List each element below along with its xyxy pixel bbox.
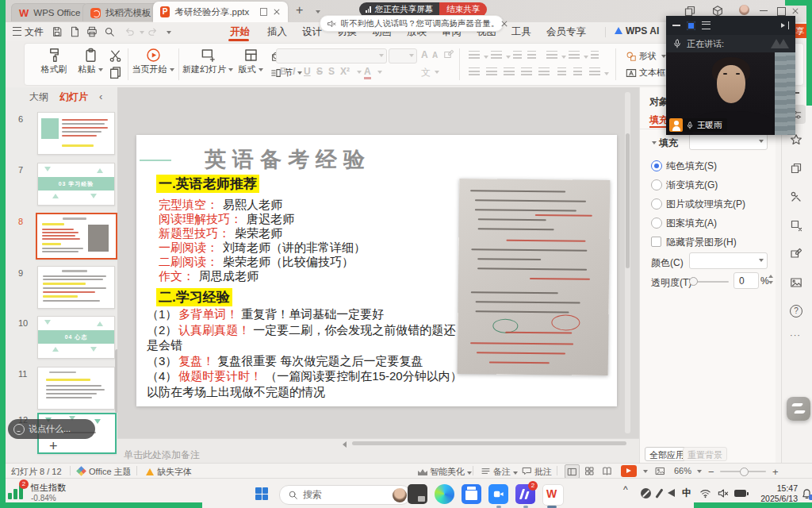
export-icon[interactable] [69, 26, 80, 37]
zoom-in-button[interactable]: + [772, 466, 779, 478]
pattern-fill-radio[interactable] [651, 217, 662, 229]
new-tab-button[interactable]: + [296, 3, 303, 17]
input-method-indicator[interactable]: 中 [682, 487, 691, 500]
find-icon[interactable] [104, 26, 115, 37]
missing-font-warning[interactable]: 缺失字体 [146, 466, 192, 478]
shapes-button[interactable]: 形状 [626, 50, 666, 62]
close-window-icon[interactable] [791, 6, 800, 16]
canvas-vertical-scrollbar[interactable] [625, 92, 630, 433]
play-from-current-button[interactable]: 当页开始 [131, 46, 175, 83]
start-button[interactable] [255, 487, 268, 500]
color-dropdown[interactable] [689, 252, 768, 269]
slide-thumbnail-6[interactable] [37, 112, 115, 155]
tab-current-document[interactable]: P 考研经验分享.pptx [153, 2, 288, 22]
slides-tab[interactable]: 幻灯片 [59, 90, 88, 104]
transparency-knob[interactable] [689, 277, 698, 286]
hscroll-left-arrow-icon[interactable] [343, 441, 347, 448]
tools-icon[interactable] [790, 190, 802, 203]
teacher-line[interactable]: 作文：周思成老师 [159, 269, 259, 284]
edge-browser-icon[interactable] [435, 484, 454, 504]
pen-tray-icon[interactable] [655, 488, 663, 498]
beautify-button[interactable]: 智能美化 [418, 466, 472, 478]
hide-background-checkbox[interactable] [651, 237, 661, 247]
slide-title[interactable]: 英语备考经验 [205, 145, 371, 174]
normal-view-button[interactable] [565, 464, 580, 479]
fit-slide-icon[interactable] [655, 466, 665, 476]
collapse-panel-icon[interactable]: ‹ [99, 90, 102, 102]
reading-view-button[interactable] [600, 464, 614, 477]
slideshow-chevron-icon[interactable] [643, 470, 648, 475]
teacher-line[interactable]: 阅读理解技巧：唐迟老师 [159, 212, 294, 227]
assistant-floating-button[interactable] [787, 397, 810, 421]
section-heading-2[interactable]: 二.学习经验 [156, 288, 232, 306]
zoom-out-button[interactable]: − [708, 466, 714, 478]
animation-pane-icon[interactable] [790, 162, 802, 175]
ribbon-tab-home[interactable]: 开始 [230, 25, 250, 39]
crop-shape-icon[interactable] [790, 219, 802, 232]
teacher-line[interactable]: 一刷阅读：刘琦老师（讲的非常详细） [159, 241, 366, 256]
layout-button[interactable]: 版式 [234, 46, 267, 83]
wps-ai-button[interactable]: WPS AI [615, 25, 659, 37]
teacher-line[interactable]: 完型填空：易熙人老师 [159, 198, 282, 213]
wps-taskbar-icon[interactable]: W [542, 484, 564, 506]
file-menu[interactable]: 文件 [13, 25, 44, 39]
meeting-minimize-icon[interactable] [672, 25, 680, 26]
teacher-line[interactable]: 新题型技巧：柴荣老师 [159, 226, 282, 241]
zoom-level[interactable]: 66% [674, 466, 691, 475]
wifi-icon[interactable] [699, 487, 711, 499]
help-icon[interactable]: ? [790, 305, 802, 318]
tab-wps-office[interactable]: W WPS Office [11, 3, 89, 21]
notification-bell-icon[interactable] [801, 487, 812, 499]
copy-icon[interactable] [109, 66, 122, 79]
paste-button[interactable]: 粘贴 [72, 46, 109, 83]
meeting-collapse-icon[interactable] [779, 21, 789, 29]
slide-thumbnail-7[interactable]: 03 学习经验 [37, 163, 115, 206]
canvas-horizontal-scrollbar[interactable] [352, 441, 626, 445]
zoom-chevron-icon[interactable] [697, 470, 702, 475]
notes-area[interactable]: 单击此处添加备注 [117, 438, 639, 464]
ribbon-tab-member[interactable]: 会员专享 [546, 25, 586, 39]
slide-canvas[interactable]: 英语备考经验 一.英语老师推荐 完型填空：易熙人老师 阅读理解技巧：唐迟老师 新… [136, 135, 617, 406]
more-tools-icon[interactable]: ··· [790, 330, 801, 340]
ribbon-tab-tools[interactable]: 工具 [511, 25, 531, 39]
cut-icon[interactable] [109, 49, 122, 63]
slide-thumbnail-11[interactable] [37, 367, 115, 410]
slide-thumbnail-9[interactable] [37, 266, 115, 309]
new-slide-button[interactable]: 新建幻灯片 [182, 46, 234, 83]
slide-thumbnail-8[interactable] [36, 213, 117, 260]
ms-store-icon[interactable] [462, 484, 481, 504]
meeting-floating-window[interactable]: 正在讲话: 王暖雨 [666, 16, 795, 135]
tab-restore-icon[interactable] [260, 8, 267, 16]
taskbar-clock[interactable]: 15:47 2025/6/13 [750, 483, 798, 504]
fill-section-chevron-icon[interactable] [652, 141, 657, 147]
fill-preset-dropdown[interactable] [689, 133, 768, 150]
theme-indicator[interactable]: Office 主题 [78, 466, 132, 478]
onedrive-paused-icon[interactable] [641, 488, 651, 498]
tab-docer-templates[interactable]: 找稻壳模板 [82, 3, 159, 21]
ribbon-tab-insert[interactable]: 插入 [267, 25, 287, 39]
transparency-spinner[interactable] [767, 272, 775, 287]
taskbar-search[interactable]: 搜索 [279, 485, 411, 505]
picture-fill-radio[interactable] [651, 198, 662, 210]
ribbon-tab-design[interactable]: 设计 [302, 25, 322, 39]
tips-text-block[interactable]: （1）多背单词！重复背！单词基础一定要好 （2）认真刷真题！一定要二刷，你会发现… [147, 306, 462, 399]
meeting-app-icon[interactable] [488, 484, 508, 504]
slide-sorter-view-button[interactable] [583, 464, 596, 477]
tab-list-chevron-icon[interactable] [316, 10, 320, 16]
gradient-fill-radio[interactable] [651, 179, 662, 190]
meeting-menu-icon[interactable] [702, 21, 710, 29]
quickbar-chevron-icon[interactable] [167, 31, 171, 37]
purple-app-icon[interactable]: 2 [515, 484, 535, 504]
outline-tab[interactable]: 大纲 [29, 90, 48, 104]
section-heading-1[interactable]: 一.英语老师推荐 [156, 175, 259, 193]
teacher-line[interactable]: 二刷阅读：柴荣老师（比较偏技巧） [159, 255, 354, 270]
volume-muted-icon[interactable] [717, 487, 729, 499]
transparency-input[interactable]: 0 [733, 272, 759, 289]
weather-stock-widget[interactable]: 2 恒生指数 -0.84% [6, 482, 66, 502]
zoom-slider-knob[interactable] [740, 468, 749, 476]
cursor-tray-icon[interactable] [668, 489, 675, 497]
solid-fill-radio[interactable] [651, 160, 662, 171]
meeting-layout-icon[interactable] [687, 21, 695, 30]
save-icon[interactable] [52, 26, 63, 37]
edit-shape-icon[interactable] [790, 248, 802, 260]
